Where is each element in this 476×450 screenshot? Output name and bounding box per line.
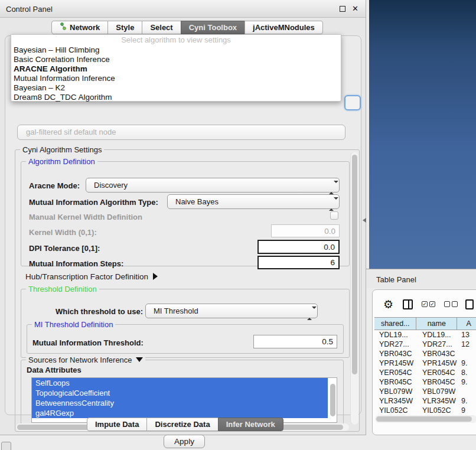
manual-kernel-width-label: Manual Kernel Width Definition	[29, 213, 142, 221]
table-cell: 8.	[459, 368, 476, 377]
tab-select[interactable]: Select	[142, 21, 181, 34]
select-all-checkboxes-icon[interactable]: ✓ ✓	[422, 301, 435, 307]
attribute-item-selfloops[interactable]: SelfLoops	[32, 378, 328, 388]
table-cell: YBL079W	[374, 387, 418, 396]
tab-discretize-data[interactable]: Discretize Data	[146, 418, 218, 431]
splitter-collapse-arrow[interactable]	[363, 218, 366, 223]
attribute-item-betweennesscentrality[interactable]: BetweennessCentrality	[32, 398, 328, 408]
apply-button[interactable]: Apply	[164, 435, 205, 448]
deselect-all-checkboxes-icon[interactable]	[444, 301, 458, 307]
which-threshold-value: MI Threshold	[154, 306, 198, 315]
dpi-tolerance-field[interactable]: 0.0	[257, 240, 340, 254]
mi-steps-field[interactable]: 6	[257, 256, 340, 269]
table-cell: YLR345W	[374, 396, 418, 406]
algorithm-option-aracne-algorithm[interactable]: ARACNE Algorithm	[11, 64, 341, 74]
table-cell: YBR045C	[374, 377, 418, 387]
mi-algorithm-type-label: Mutual Information Algorithm Type:	[29, 198, 158, 207]
tab-cyni-toolbox[interactable]: Cyni Toolbox	[181, 21, 245, 34]
mi-threshold-field[interactable]: 0.5	[253, 335, 337, 348]
mi-steps-label: Mutual Information Steps:	[29, 259, 123, 268]
algorithm-option-bayesian-hill-climbing[interactable]: Bayesian – Hill Climbing	[11, 45, 341, 55]
minimized-panel-icon[interactable]	[1, 442, 11, 450]
tab-infer-network[interactable]: Infer Network	[218, 418, 283, 431]
close-icon[interactable]: ✕	[352, 4, 358, 13]
table-cell: 9.	[459, 396, 476, 406]
table-cell: YLR345W	[418, 396, 459, 406]
column-header-name[interactable]: name	[416, 317, 457, 330]
file-icon[interactable]	[465, 299, 474, 309]
mi-threshold-definition-title: MI Threshold Definition	[32, 320, 115, 329]
control-panel-titlebar: Control Panel ✕	[0, 0, 366, 18]
collapse-arrow-icon	[136, 357, 143, 362]
aracne-mode-value: Discovery	[94, 181, 128, 190]
table-row[interactable]: YBL079WYBL079W	[374, 387, 476, 396]
which-threshold-label: Which threshold to use:	[56, 307, 143, 316]
checked-box-icon: ✓	[422, 301, 428, 307]
algorithm-option-dream8-dc-tdc-algorithm[interactable]: Dream8 DC_TDC Algorithm	[11, 93, 341, 102]
network-tab-icon	[60, 21, 67, 34]
table-cell: YDL19...	[374, 330, 418, 340]
table-row[interactable]: YDR27...YDR27...12	[374, 340, 476, 349]
table-cell: YER054C	[374, 368, 418, 377]
tab-label: Network	[70, 21, 100, 34]
column-header-a[interactable]: A	[457, 317, 476, 330]
manual-kernel-width-checkbox[interactable]	[330, 211, 338, 220]
tab-style[interactable]: Style	[107, 21, 142, 34]
sources-title[interactable]: Sources for Network Inference	[26, 356, 145, 364]
table-cell: YDL19...	[418, 330, 459, 340]
kernel-width-label: Kernel Width (0,1):	[29, 228, 97, 237]
table-row[interactable]: YER054CYER054C8.	[374, 368, 476, 377]
spinner-arrows-icon	[307, 306, 312, 320]
attribute-item-topologicalcoefficient[interactable]: TopologicalCoefficient	[32, 388, 328, 398]
tab-impute-data[interactable]: Impute Data	[87, 418, 147, 431]
tab-label: Impute Data	[95, 418, 139, 431]
table-cell: YBR043C	[374, 349, 418, 358]
table-row[interactable]: YBR045CYBR045C9.	[374, 377, 476, 387]
gear-icon[interactable]: ⚙	[383, 299, 393, 310]
settings-vertical-scrollbar[interactable]	[350, 152, 358, 425]
checked-box-icon: ✓	[429, 301, 435, 307]
table-cell: 12	[459, 340, 476, 349]
algorithm-popup-items: Bayesian – Hill ClimbingBasic Correlatio…	[11, 45, 341, 102]
table-cell: YER054C	[418, 368, 459, 377]
mi-algorithm-type-value: Naive Bayes	[175, 197, 219, 206]
cyni-algorithm-settings-title: Cyni Algorithm Settings	[20, 145, 104, 154]
kernel-width-field[interactable]: 0.0	[271, 224, 340, 237]
column-header-shared[interactable]: shared...	[374, 317, 416, 330]
algorithm-option-basic-correlation-inference[interactable]: Basic Correlation Inference	[11, 55, 341, 64]
table-panel-card: ⚙ ✓ ✓ shared...nameA YDL19...YDL19...13Y…	[372, 289, 476, 435]
aracne-mode-select[interactable]: Discovery	[86, 178, 340, 193]
mi-algorithm-type-select[interactable]: Naive Bayes	[167, 194, 340, 209]
app-root: Control Panel ✕ NetworkStyleSelectCyni T…	[0, 0, 476, 450]
algorithm-option-bayesian-k2[interactable]: Bayesian – K2	[11, 83, 341, 93]
columns-icon[interactable]	[403, 299, 413, 309]
table-row[interactable]: YPR145WYPR145W9.	[374, 358, 476, 368]
spinner-arrows-icon	[329, 197, 334, 211]
data-attributes-list[interactable]: SelfLoopsTopologicalCoefficientBetweenne…	[31, 377, 337, 423]
tab-network[interactable]: Network	[51, 21, 108, 34]
which-threshold-select[interactable]: MI Threshold	[145, 304, 318, 318]
table-panel-bar: Table Panel	[366, 269, 476, 288]
algorithm-combo-fragment[interactable]	[344, 95, 361, 110]
table-horizontal-scrollbar[interactable]	[375, 415, 476, 423]
aracne-mode-label: Aracne Mode:	[29, 181, 80, 190]
table-row[interactable]: YBR043CYBR043C	[374, 349, 476, 358]
float-window-icon[interactable]	[340, 6, 345, 12]
attribute-item-gal4rgexp[interactable]: gal4RGexp	[32, 408, 328, 418]
table-horizontal-scrollbar-thumb[interactable]	[376, 416, 472, 422]
algorithm-dropdown-popup: Select algorithm to view settings Bayesi…	[11, 34, 341, 102]
algorithm-option-mutual-information-inference[interactable]: Mutual Information Inference	[11, 74, 341, 83]
table-row[interactable]: YIL052CYIL052C9	[374, 406, 476, 413]
table-row[interactable]: YDL19...YDL19...13	[374, 330, 476, 340]
table-cell: YPR145W	[418, 358, 459, 368]
control-panel-title: Control Panel	[6, 5, 53, 14]
tab-label: Discretize Data	[155, 418, 210, 431]
network-source-combo[interactable]: gal-filtered sif default node	[17, 125, 345, 140]
table-row[interactable]: YLR345WYLR345W9.	[374, 396, 476, 406]
list-scrollbar-thumb[interactable]	[330, 384, 335, 416]
settings-vertical-scrollbar-thumb[interactable]	[352, 155, 357, 374]
tab-jactivemnodules[interactable]: jActiveMNodules	[244, 21, 323, 34]
hub-definition-toggle[interactable]: Hub/Transcription Factor Definition	[25, 272, 158, 281]
table-cell: YDR27...	[418, 340, 459, 349]
unchecked-box-icon	[452, 301, 458, 307]
